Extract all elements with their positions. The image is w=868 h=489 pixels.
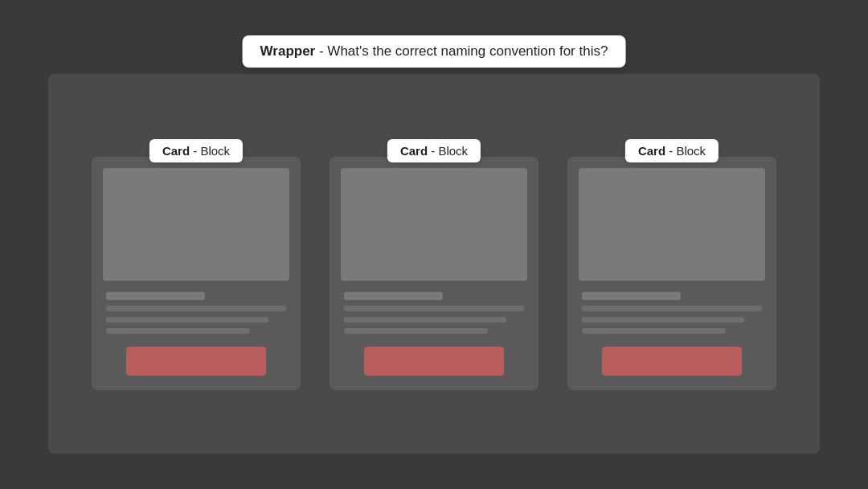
scene: Wrapper - What's the correct naming conv… [48, 35, 820, 454]
card-text-line-3b [582, 317, 744, 323]
card-text-line-1b [106, 317, 268, 323]
card-text-line-3c [582, 328, 726, 334]
wrapper-label-text: - What's the correct naming convention f… [315, 43, 608, 59]
card-label-1: Card - Block [149, 139, 243, 162]
card-text-line-1a [106, 306, 286, 311]
card-label-bold-3: Card [638, 144, 665, 158]
card-image-2 [341, 168, 527, 281]
card-label-bold-1: Card [162, 144, 190, 158]
card-label-text-2: - Block [428, 144, 468, 158]
wrapper-label: Wrapper - What's the correct naming conv… [243, 35, 626, 68]
wrapper-label-bold: Wrapper [260, 43, 316, 59]
card-wrapper-1: Card - Block [92, 157, 301, 390]
card-title-line-2 [344, 292, 443, 300]
card-button-3[interactable] [602, 347, 742, 376]
card-label-text-1: - Block [190, 144, 230, 158]
card-text-line-2c [344, 328, 488, 334]
card-title-line-1 [106, 292, 205, 300]
wrapper-container: Card - Block Card - Block [48, 74, 820, 454]
card-3 [567, 157, 776, 390]
card-label-3: Card - Block [625, 139, 719, 162]
card-content-3 [579, 289, 765, 334]
card-text-line-2a [344, 306, 524, 311]
card-image-3 [579, 168, 765, 281]
card-1 [92, 157, 301, 390]
card-image-1 [103, 168, 289, 281]
card-content-2 [341, 289, 527, 334]
card-button-2[interactable] [364, 347, 504, 376]
card-label-bold-2: Card [400, 144, 428, 158]
card-text-line-1c [106, 328, 250, 334]
card-wrapper-2: Card - Block [330, 157, 538, 390]
card-label-text-3: - Block [665, 144, 706, 158]
card-2 [330, 157, 538, 390]
card-title-line-3 [582, 292, 681, 300]
card-text-line-2b [344, 317, 506, 323]
card-text-line-3a [582, 306, 762, 311]
card-button-1[interactable] [126, 347, 266, 376]
card-content-1 [103, 289, 289, 334]
card-wrapper-3: Card - Block [567, 157, 776, 390]
card-label-2: Card - Block [387, 139, 481, 162]
